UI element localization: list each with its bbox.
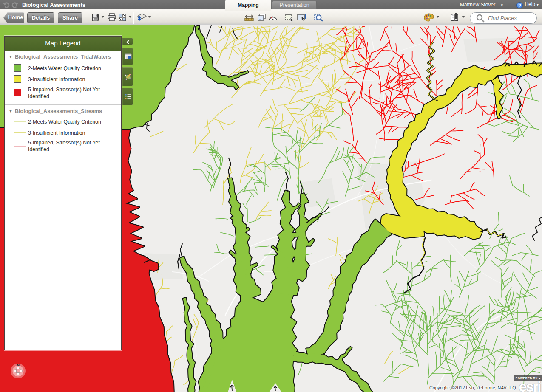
svg-text:N: N [17,363,20,367]
